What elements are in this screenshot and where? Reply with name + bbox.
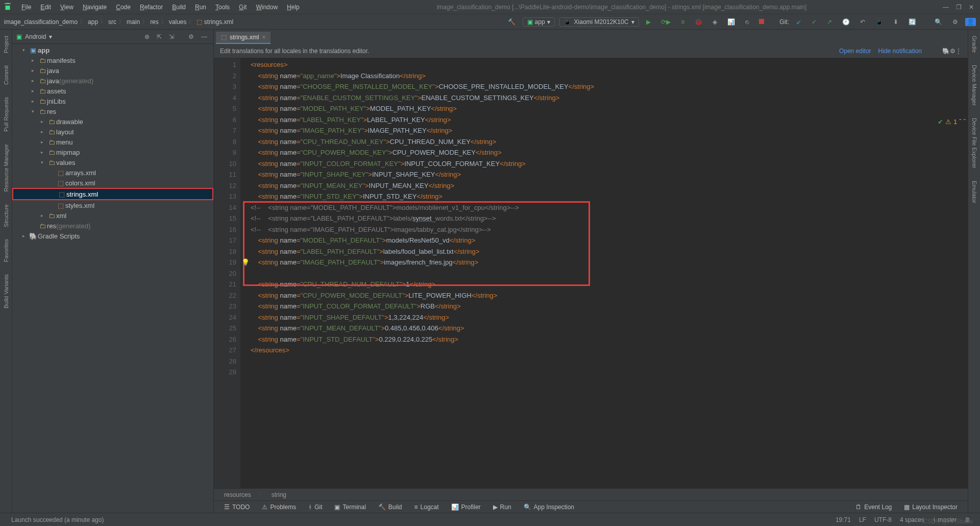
tree-item-java[interactable]: ▸🗀java <box>12 65 213 76</box>
menu-edit[interactable]: Edit <box>36 2 55 12</box>
tree-item-assets[interactable]: ▸🗀assets <box>12 86 213 96</box>
tree-item-styles-xml[interactable]: ⬚styles.xml <box>12 200 213 210</box>
code-area[interactable]: 1234567891011121314151617181920212223242… <box>214 58 968 488</box>
avd-manager-icon[interactable]: 📱 <box>872 17 886 27</box>
toolwin-app-inspection[interactable]: 🔍App Inspection <box>519 504 579 511</box>
breadcrumb-item[interactable]: app <box>88 18 98 26</box>
device-selector[interactable]: 📱Xiaomi M2012K10C▾ <box>559 17 640 27</box>
tree-item-values[interactable]: ▾🗀values <box>12 157 213 168</box>
editor-breadcrumbs[interactable]: resources〉string <box>214 488 968 500</box>
code-line[interactable]: <string name="INPUT_MEAN_KEY">INPUT_MEAN… <box>251 180 968 192</box>
tree-item-strings-xml[interactable]: ⬚strings.xml <box>12 188 213 200</box>
make-project-icon[interactable]: 🔨 <box>505 17 519 27</box>
code-line[interactable]: <string name="INPUT_SHAPE_DEFAULT">1,3,2… <box>251 312 968 323</box>
rail-build-variants[interactable]: Build Variants <box>3 268 9 315</box>
git-push-icon[interactable]: ↗ <box>824 17 835 27</box>
git-rollback-icon[interactable]: ↶ <box>857 17 868 27</box>
menu-navigate[interactable]: Navigate <box>79 2 111 12</box>
code-line[interactable]: <string name="INPUT_SHAPE_KEY">INPUT_SHA… <box>251 169 968 180</box>
menu-refactor[interactable]: Refactor <box>136 2 167 12</box>
sdk-manager-icon[interactable]: ⬇ <box>890 17 901 27</box>
rail-resource-manager[interactable]: Resource Manager <box>3 138 9 198</box>
git-commit-icon[interactable]: ✓ <box>808 17 820 27</box>
rail-pull-requests[interactable]: Pull Requests <box>3 91 9 138</box>
menu-build[interactable]: Build <box>168 2 190 12</box>
maximize-icon[interactable]: ❐ <box>956 4 962 11</box>
sync-project-icon[interactable]: 🔄 <box>905 17 919 27</box>
tab-close-icon[interactable]: × <box>262 34 265 41</box>
stop-icon[interactable] <box>756 17 767 27</box>
menu-code[interactable]: Code <box>112 2 135 12</box>
tree-item-drawable[interactable]: ▸🗀drawable <box>12 116 213 127</box>
code-line[interactable]: <string name="MODEL_PATH_DEFAULT">models… <box>251 235 968 246</box>
settings-icon[interactable]: ⚙ <box>949 17 961 27</box>
breadcrumb-item[interactable]: res <box>150 18 159 26</box>
code-line[interactable]: <string name="CPU_THREAD_NUM_KEY">CPU_TH… <box>251 136 968 148</box>
ide-settings-icon[interactable]: ⚙ <box>950 47 955 55</box>
run-config-selector[interactable]: ▣app▾ <box>523 17 555 27</box>
code-line[interactable]: <string name="INPUT_STD_KEY">INPUT_STD_K… <box>251 191 968 202</box>
toolwin-terminal[interactable]: ▣Terminal <box>329 504 371 511</box>
tree-item-java[interactable]: ▸🗀java (generated) <box>12 76 213 86</box>
tree-item-manifests[interactable]: ▸🗀manifests <box>12 55 213 65</box>
apply-code-icon[interactable]: ≡ <box>678 17 688 27</box>
tree-item-gradle scripts[interactable]: ▸🐘Gradle Scripts <box>12 231 213 241</box>
panel-settings-icon[interactable]: ⚙ <box>186 33 196 40</box>
toolwin-problems[interactable]: ⚠Problems <box>257 504 301 511</box>
gradle-elephant-icon[interactable]: 🐘 <box>942 47 950 55</box>
tree-item-mipmap[interactable]: ▸🗀mipmap <box>12 147 213 157</box>
code-line[interactable] <box>251 268 968 279</box>
breadcrumb-item[interactable]: src <box>108 18 116 26</box>
code-line[interactable]: <!-- <string name="LABEL_PATH_DEFAULT">l… <box>251 213 968 224</box>
code-line[interactable]: <string name="CPU_POWER_MODE_KEY">CPU_PO… <box>251 147 968 158</box>
code-line[interactable]: <string name="INPUT_STD_DEFAULT">0.229,0… <box>251 334 968 345</box>
toolwin-build[interactable]: 🔨Build <box>373 504 407 511</box>
run-icon[interactable]: ▶ <box>643 17 654 27</box>
project-tree[interactable]: ▾▣app▸🗀manifests▸🗀java▸🗀java (generated)… <box>12 44 213 513</box>
tree-item-layout[interactable]: ▸🗀layout <box>12 127 213 137</box>
rail-favorites[interactable]: Favorites <box>3 233 9 268</box>
tree-item-arrays-xml[interactable]: ⬚arrays.xml <box>12 168 213 178</box>
toolwin-run[interactable]: ▶Run <box>488 504 517 511</box>
breadcrumb-item[interactable]: main <box>127 18 140 26</box>
menu-file[interactable]: File <box>17 2 35 12</box>
git-update-icon[interactable]: ↙ <box>793 17 804 27</box>
tree-item-res[interactable]: 🗀res (generated) <box>12 221 213 231</box>
code-line[interactable]: <string name="INPUT_COLOR_FORMAT_DEFAULT… <box>251 301 968 312</box>
code-line[interactable]: <string name="CPU_POWER_MODE_DEFAULT">LI… <box>251 290 968 301</box>
tree-item-jnilibs[interactable]: ▸🗀jniLibs <box>12 96 213 106</box>
tree-item-colors-xml[interactable]: ⬚colors.xml <box>12 178 213 188</box>
toolwin-git[interactable]: ᚼGit <box>303 504 327 511</box>
code-line[interactable]: <string name="ENABLE_CUSTOM_SETTINGS_KEY… <box>251 92 968 104</box>
apply-changes-icon[interactable]: ⟳▶ <box>658 17 674 27</box>
rail-device-manager[interactable]: Device Manager <box>971 59 977 112</box>
rail-gradle[interactable]: Gradle <box>971 30 977 59</box>
minimize-icon[interactable]: — <box>943 4 949 11</box>
menu-run[interactable]: Run <box>191 2 210 12</box>
toolwin-event-log[interactable]: 🗒Event Log <box>850 504 897 511</box>
toolwin-profiler[interactable]: 📊Profiler <box>446 504 486 511</box>
more-icon[interactable]: ⋮ <box>955 47 962 55</box>
search-everywhere-icon[interactable]: 🔍 <box>932 17 945 27</box>
hide-notification-link[interactable]: Hide notification <box>878 47 922 55</box>
open-translations-editor-link[interactable]: Open editor <box>839 47 871 55</box>
rail-commit[interactable]: Commit <box>3 59 9 91</box>
menu-tools[interactable]: Tools <box>211 2 234 12</box>
breadcrumb-item[interactable]: image_classification_demo <box>4 18 78 26</box>
collapse-all-icon[interactable]: ⇲ <box>167 33 176 40</box>
menu-view[interactable]: View <box>56 2 78 12</box>
code-line[interactable] <box>251 356 968 367</box>
code-line[interactable]: <string name="LABEL_PATH_KEY">LABEL_PATH… <box>251 114 968 126</box>
tree-item-app[interactable]: ▾▣app <box>12 45 213 55</box>
code-line[interactable]: <string name="IMAGE_PATH_KEY">IMAGE_PATH… <box>251 125 968 136</box>
rail-device-file-explorer[interactable]: Device File Explorer <box>971 112 977 174</box>
code-line[interactable]: <string name="LABEL_PATH_DEFAULT">labels… <box>251 246 968 257</box>
toolwin-logcat[interactable]: ≡Logcat <box>409 504 444 511</box>
breadcrumb-item[interactable]: values <box>169 18 187 26</box>
menu-window[interactable]: Window <box>252 2 282 12</box>
toolwin-layout-inspector[interactable]: ▦Layout Inspector <box>899 504 963 511</box>
tree-item-res[interactable]: ▾🗀res <box>12 106 213 116</box>
code-line[interactable]: <string name="INPUT_COLOR_FORMAT_KEY">IN… <box>251 158 968 170</box>
project-view-selector[interactable]: Android <box>25 33 46 40</box>
menu-help[interactable]: Help <box>283 2 304 12</box>
